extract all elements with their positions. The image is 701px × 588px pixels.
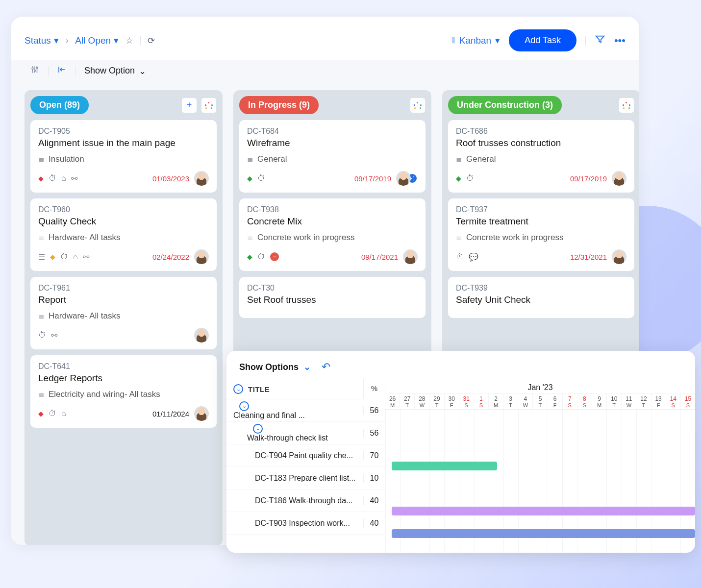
category-icon: ≣ — [456, 155, 462, 164]
show-options-label: Show Options — [239, 362, 299, 372]
refresh-icon[interactable]: ⟳ — [148, 35, 155, 46]
task-card[interactable]: DC-T686 Roof trusses construction ≣Gener… — [448, 120, 634, 193]
all-open-label: All Open — [75, 35, 111, 46]
title-column-header: TITLE — [248, 385, 270, 393]
gantt-row[interactable]: DC-T186 Walk-through da...40 — [226, 490, 385, 512]
avatar — [194, 406, 209, 421]
gantt-row-label: DC-T186 Walk-through da... — [255, 496, 352, 505]
gantt-day-header: 1S — [474, 393, 488, 409]
gantt-row[interactable]: DC-T183 Prepare client list...10 — [226, 467, 385, 490]
category-icon: ≣ — [38, 312, 45, 320]
task-card[interactable]: DC-T961 Report ≣Hardware- All tasks ⏱⚯ — [30, 277, 217, 349]
card-id: DC-T686 — [456, 127, 626, 136]
sub-toolbar: Show Option ⌄ — [11, 60, 639, 83]
category-icon: ≣ — [38, 390, 45, 399]
gantt-timeline[interactable]: Jan '23 26M27T28W29T30F31S1S2M3T4W5T6F7S… — [385, 379, 695, 553]
collapse-icon[interactable] — [57, 65, 66, 76]
divider — [48, 66, 49, 76]
chevron-right-icon: › — [66, 36, 68, 45]
row-collapse-icon[interactable]: ⌄ — [253, 424, 263, 434]
card-title: Ledger Reports — [38, 373, 209, 384]
kanban-column: Open (89) + DC-T905 Alignment issue in t… — [25, 90, 223, 545]
timer-icon: ⏱ — [38, 331, 46, 340]
gantt-day-header: 6F — [548, 393, 562, 409]
toolbar: Status ▾ › All Open ▾ ☆ ⟳ ⦀ Kanban ▾ Add… — [11, 17, 639, 60]
row-collapse-icon[interactable]: ⌄ — [239, 401, 249, 411]
gantt-row[interactable]: ⌄Cleaning and final ...56 — [226, 399, 385, 422]
gantt-day-header: 29T — [429, 393, 444, 409]
card-id: DC-T939 — [456, 284, 626, 293]
task-card[interactable]: DC-T937 Termite treatment ≣Concrete work… — [448, 198, 634, 271]
task-card[interactable]: DC-T30 Set Roof trusses — [239, 277, 426, 318]
card-id: DC-T905 — [38, 127, 209, 136]
gantt-show-options-dropdown[interactable]: Show Options ⌄ — [239, 362, 311, 372]
card-category: Insulation — [49, 154, 84, 164]
gantt-row-pct: 56 — [363, 406, 385, 415]
task-card[interactable]: DC-T905 Alignment issue in the main page… — [30, 120, 217, 193]
tag-icon: ⌂ — [73, 252, 78, 261]
card-id: DC-T938 — [247, 205, 418, 214]
category-icon: ≣ — [456, 233, 462, 242]
task-card[interactable]: DC-T960 Quality Check ≣Hardware- All tas… — [30, 198, 217, 271]
gantt-day-header: 14S — [666, 393, 680, 409]
avatar — [612, 171, 626, 186]
all-open-dropdown[interactable]: All Open ▾ — [75, 35, 119, 46]
priority-icon: ◆ — [247, 253, 252, 261]
add-task-button[interactable]: Add Task — [509, 29, 576, 51]
gantt-row-pct: 40 — [363, 519, 385, 528]
column-menu-button[interactable] — [619, 98, 634, 113]
divider — [585, 36, 586, 46]
task-card[interactable]: DC-T938 Concrete Mix ≣Concrete work in p… — [239, 198, 426, 271]
card-date: 01/03/2023 — [152, 174, 189, 183]
card-title: Concrete Mix — [247, 216, 418, 227]
settings-icon[interactable] — [30, 65, 39, 76]
gantt-row-label: DC-T904 Paint quality che... — [255, 451, 353, 460]
status-label: Status — [25, 35, 51, 46]
gantt-bar[interactable] — [392, 462, 497, 470]
gantt-bar[interactable] — [392, 529, 695, 538]
task-card[interactable]: DC-T939 Safety Unit Check — [448, 277, 634, 318]
divider — [140, 36, 141, 46]
svg-point-2 — [36, 67, 38, 69]
card-date: 09/17/2021 — [361, 253, 398, 261]
chevron-down-icon: ⌄ — [303, 362, 311, 372]
card-title: Alignment issue in the main page — [38, 138, 209, 148]
card-id: DC-T937 — [456, 205, 626, 214]
collapse-all-icon[interactable]: ⌄ — [233, 384, 243, 394]
card-title: Wireframe — [247, 138, 418, 148]
gantt-row[interactable]: DC-T904 Paint quality che...70 — [226, 444, 385, 467]
svg-point-0 — [32, 68, 33, 69]
timer-icon: ⏱ — [49, 174, 56, 183]
task-card[interactable]: DC-T641 Ledger Reports ≣Electricity and … — [30, 355, 217, 428]
card-category: Hardware- All tasks — [49, 311, 120, 321]
priority-icon: ◆ — [38, 174, 44, 182]
svg-point-1 — [34, 70, 36, 72]
status-dropdown[interactable]: Status ▾ — [25, 35, 59, 46]
undo-icon[interactable]: ↶ — [322, 361, 330, 373]
card-title: Roof trusses construction — [456, 138, 626, 148]
filter-icon[interactable] — [595, 34, 605, 48]
gantt-day-header: 12T — [636, 393, 651, 409]
gantt-day-header: 10T — [606, 393, 621, 409]
timer-icon: ⏱ — [257, 252, 265, 261]
card-id: DC-T961 — [38, 284, 209, 293]
column-menu-button[interactable] — [201, 98, 217, 113]
gantt-bar[interactable] — [392, 507, 695, 515]
gantt-day-header: 13F — [651, 393, 666, 409]
gantt-row-label: Cleaning and final ... — [233, 411, 305, 419]
chevron-down-icon: ▾ — [495, 35, 500, 46]
gantt-row[interactable]: ⌄Walk-through check list56 — [226, 422, 385, 444]
gantt-row-label: DC-T183 Prepare client list... — [255, 474, 355, 482]
column-title-badge: In Progress (9) — [239, 96, 319, 114]
timer-icon: ⏱ — [257, 174, 265, 183]
more-icon[interactable]: ••• — [614, 34, 626, 47]
column-menu-button[interactable] — [410, 98, 426, 113]
column-title-badge: Under Construction (3) — [448, 96, 562, 114]
kanban-view-dropdown[interactable]: ⦀ Kanban ▾ — [451, 35, 501, 46]
show-option-dropdown[interactable]: Show Option ⌄ — [84, 66, 146, 76]
task-card[interactable]: DC-T684 Wireframe ≣General ◆⏱ 09/17/2019… — [239, 120, 426, 193]
gantt-row[interactable]: DC-T903 Inspection work...40 — [226, 512, 385, 535]
star-icon[interactable]: ☆ — [125, 35, 133, 46]
add-card-button[interactable]: + — [181, 98, 197, 113]
avatar — [396, 171, 411, 186]
